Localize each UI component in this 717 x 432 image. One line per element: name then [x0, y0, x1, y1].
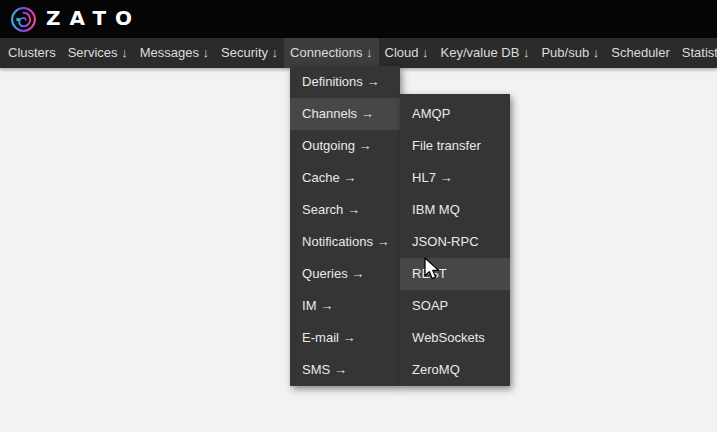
zato-logo[interactable]: ZATO — [10, 1, 141, 37]
submenu-item-file-transfer[interactable]: File transfer — [400, 130, 510, 162]
menubar-item-scheduler[interactable]: Scheduler — [605, 38, 676, 68]
menu-item-im[interactable]: IM → — [290, 290, 400, 322]
menubar-item-messages[interactable]: Messages ↓ — [134, 38, 215, 68]
submenu-item-amqp[interactable]: AMQP — [400, 98, 510, 130]
submenu-item-soap[interactable]: SOAP — [400, 290, 510, 322]
channels-submenu: AMQP File transfer HL7 → IBM MQ JSON-RPC… — [400, 94, 510, 386]
menu-item-channels[interactable]: Channels → AMQP File transfer HL7 → IBM … — [290, 98, 400, 130]
main-menu-bar: Clusters Services ↓ Messages ↓ Security … — [0, 38, 717, 68]
menu-item-channels-label: Channels → — [302, 106, 374, 121]
menubar-item-statistics[interactable]: Statistics ↓ — [676, 38, 717, 68]
menubar-item-pubsub[interactable]: Pub/sub ↓ — [535, 38, 605, 68]
submenu-item-json-rpc[interactable]: JSON-RPC — [400, 226, 510, 258]
zato-logo-text: ZATO — [46, 0, 141, 37]
menu-item-cache[interactable]: Cache → — [290, 162, 400, 194]
menu-item-email[interactable]: E-mail → — [290, 322, 400, 354]
menubar-item-connections[interactable]: Connections ↓ Definitions → Channels → A… — [284, 38, 378, 68]
menu-item-queries[interactable]: Queries → — [290, 258, 400, 290]
menu-item-definitions[interactable]: Definitions → — [290, 66, 400, 98]
menubar-item-keyvalue-db[interactable]: Key/value DB ↓ — [435, 38, 536, 68]
submenu-item-zeromq[interactable]: ZeroMQ — [400, 354, 510, 386]
zato-logo-icon — [10, 6, 37, 33]
connections-dropdown-menu: Definitions → Channels → AMQP File trans… — [290, 66, 400, 386]
menubar-item-clusters[interactable]: Clusters — [2, 38, 62, 68]
top-bar: ZATO — [0, 0, 717, 38]
menubar-item-services[interactable]: Services ↓ — [62, 38, 134, 68]
menu-item-outgoing[interactable]: Outgoing → — [290, 130, 400, 162]
submenu-item-hl7[interactable]: HL7 → — [400, 162, 510, 194]
menubar-item-security[interactable]: Security ↓ — [215, 38, 284, 68]
menu-item-search[interactable]: Search → — [290, 194, 400, 226]
menu-item-notifications[interactable]: Notifications → — [290, 226, 400, 258]
submenu-item-ibm-mq[interactable]: IBM MQ — [400, 194, 510, 226]
menubar-item-connections-label: Connections ↓ — [290, 45, 372, 60]
submenu-item-websockets[interactable]: WebSockets — [400, 322, 510, 354]
menubar-item-cloud[interactable]: Cloud ↓ — [379, 38, 435, 68]
menu-item-sms[interactable]: SMS → — [290, 354, 400, 386]
submenu-item-rest[interactable]: REST — [400, 258, 510, 290]
